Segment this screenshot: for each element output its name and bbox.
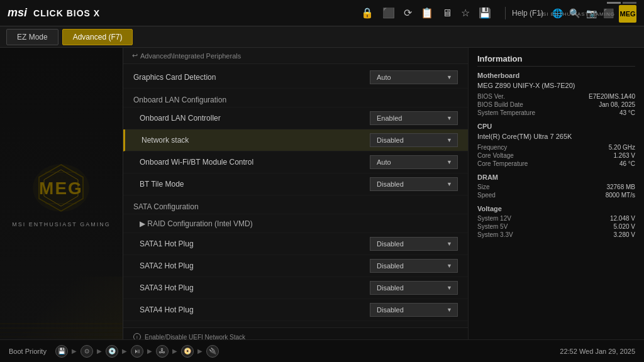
nav-bar: EZ Mode Advanced (F7) <box>0 26 644 48</box>
bios-build-row: BIOS Build Date Jan 08, 2025 <box>477 101 635 108</box>
boot-arrow-4: ▶ <box>147 348 152 354</box>
boot-icon-2[interactable]: ⊙ <box>80 345 93 358</box>
dropdown-sata4-hot-plug[interactable]: Disabled ▼ <box>370 303 458 317</box>
main-content: MEG MSI ENTHUSIAST GAMING ↩ Advanced\Int… <box>0 48 644 339</box>
dropdown-network-stack[interactable]: Disabled ▼ <box>370 133 458 147</box>
bottom-bar: Boot Priority 💾 ▶ ⊙ ▶ 💿 ▶ ⏯ ▶ 🖧 ▶ 📀 ▶ 🔌 … <box>0 339 644 362</box>
sidebar-brand-label: MSI ENTHUSIAST GAMING <box>12 221 110 228</box>
setting-label-onboard-lan-config: Onboard LAN Configuration <box>133 96 226 104</box>
breadcrumb-back-icon: ↩ <box>132 52 138 60</box>
dram-speed-value: 8000 MT/s <box>606 192 635 199</box>
bios-build-value: Jan 08, 2025 <box>599 101 635 108</box>
chevron-down-icon-3: ▼ <box>447 137 452 143</box>
setting-label-wifi-bt: Onboard Wi-Fi/BT Module Control <box>140 158 253 167</box>
dropdown-sata1-hot-plug[interactable]: Disabled ▼ <box>370 237 458 251</box>
setting-row-sata-config: SATA Configuration <box>123 195 468 214</box>
bios-ver-value: E7E20IMS.1A40 <box>589 93 635 100</box>
dropdown-value-onboard-lan-controller: Enabled <box>377 114 402 122</box>
dropdown-onboard-lan-controller[interactable]: Enabled ▼ <box>370 111 458 125</box>
clipboard-icon[interactable]: 📋 <box>421 7 433 19</box>
boot-arrow-3: ▶ <box>122 348 127 354</box>
boot-icon-1[interactable]: 💾 <box>55 345 68 358</box>
setting-label-raid-config: ▶ RAID Configuration (Intel VMD) <box>140 219 253 228</box>
meg-logo-top: MSI ENTHUSIAST GAMING MEG <box>538 2 636 23</box>
sys-temp-row: System Temperature 43 °C <box>477 109 635 116</box>
bios-ver-label: BIOS Ver. <box>477 93 505 100</box>
dropdown-sata2-hot-plug[interactable]: Disabled ▼ <box>370 259 458 273</box>
cpu-temp-value: 46 °C <box>619 160 635 167</box>
star-icon[interactable]: ☆ <box>461 7 470 19</box>
motherboard-name: MEG Z890 UNIFY-X (MS-7E20) <box>477 82 635 89</box>
dropdown-wifi-bt[interactable]: Auto ▼ <box>370 155 458 169</box>
info-group-voltage: Voltage System 12V 12.048 V System 5V 5.… <box>477 205 635 238</box>
sys12v-value: 12.048 V <box>610 215 635 222</box>
boot-icon-6[interactable]: 📀 <box>181 345 194 358</box>
dropdown-value-bt-tile-mode: Disabled <box>377 180 404 188</box>
setting-label-sata2-hot-plug: SATA2 Hot Plug <box>140 261 194 270</box>
dropdown-sata3-hot-plug[interactable]: Disabled ▼ <box>370 281 458 295</box>
setting-row-raid-config[interactable]: ▶ RAID Configuration (Intel VMD) <box>123 214 468 233</box>
divider <box>505 7 506 19</box>
setting-label-sata4-hot-plug: SATA4 Hot Plug <box>140 305 194 314</box>
chevron-down-icon-2: ▼ <box>447 115 452 121</box>
save-icon[interactable]: 💾 <box>479 7 491 19</box>
boot-icon-5[interactable]: 🖧 <box>156 345 169 358</box>
cpu-name: Intel(R) Core(TM) Ultra 7 265K <box>477 133 635 140</box>
sidebar: MEG MSI ENTHUSIAST GAMING <box>0 48 123 339</box>
chevron-down-icon-4: ▼ <box>447 159 452 165</box>
ez-mode-button[interactable]: EZ Mode <box>6 29 58 45</box>
dropdown-value-sata4-hot-plug: Disabled <box>377 306 404 314</box>
dropdown-value-network-stack: Disabled <box>377 136 404 144</box>
sys33v-value: 3.280 V <box>614 231 635 238</box>
sidebar-logo-area: MEG MSI ENTHUSIAST GAMING <box>12 160 110 228</box>
setting-row-graphics-card-detection[interactable]: Graphics Card Detection Auto ▼ <box>123 67 468 89</box>
setting-row-network-stack[interactable]: Network stack Disabled ▼ <box>123 129 468 151</box>
lock-icon[interactable]: 🔒 <box>361 7 374 19</box>
dram-speed-row: Speed 8000 MT/s <box>477 192 635 199</box>
info-panel: Information Motherboard MEG Z890 UNIFY-X… <box>468 48 644 339</box>
bios-build-label: BIOS Build Date <box>477 101 523 108</box>
sys12v-row: System 12V 12.048 V <box>477 215 635 222</box>
setting-row-wifi-bt[interactable]: Onboard Wi-Fi/BT Module Control Auto ▼ <box>123 151 468 173</box>
boot-icon-3[interactable]: 💿 <box>106 345 118 358</box>
setting-row-bt-tile-mode[interactable]: BT Tile Mode Disabled ▼ <box>123 173 468 195</box>
cpu-temp-row: Core Temperature 46 °C <box>477 160 635 167</box>
top-icons-group: 🔒 ⬛ ⟳ 📋 🖥 ☆ 💾 <box>361 7 491 19</box>
sys5v-row: System 5V 5.020 V <box>477 223 635 230</box>
setting-row-onboard-lan-config: Onboard LAN Configuration <box>123 89 468 107</box>
settings-list: Graphics Card Detection Auto ▼ Onboard L… <box>123 64 468 324</box>
chip-icon[interactable]: ⬛ <box>382 7 395 19</box>
setting-row-sata3-hot-plug[interactable]: SATA3 Hot Plug Disabled ▼ <box>123 277 468 299</box>
setting-row-sata4-hot-plug[interactable]: SATA4 Hot Plug Disabled ▼ <box>123 299 468 321</box>
boot-arrow-5: ▶ <box>172 348 177 354</box>
setting-row-sata2-hot-plug[interactable]: SATA2 Hot Plug Disabled ▼ <box>123 255 468 277</box>
cpu-voltage-row: Core Voltage 1.263 V <box>477 152 635 159</box>
dropdown-value-sata1-hot-plug: Disabled <box>377 240 404 248</box>
cpu-voltage-value: 1.263 V <box>614 152 635 159</box>
refresh-icon[interactable]: ⟳ <box>404 7 412 19</box>
info-group-dram: DRAM Size 32768 MB Speed 8000 MT/s <box>477 173 635 199</box>
info-icon: i <box>133 333 141 339</box>
hint-bar: i Enable/Disable UEFI Network Stack <box>123 327 468 339</box>
sys5v-value: 5.020 V <box>614 223 635 230</box>
setting-row-sata1-hot-plug[interactable]: SATA1 Hot Plug Disabled ▼ <box>123 233 468 255</box>
dropdown-graphics-card-detection[interactable]: Auto ▼ <box>370 70 458 84</box>
boot-icon-7[interactable]: 🔌 <box>206 345 219 358</box>
dram-group-title: DRAM <box>477 173 635 181</box>
dropdown-value-graphics-card-detection: Auto <box>377 74 391 81</box>
chevron-down-icon: ▼ <box>447 74 452 80</box>
datetime-display: 22:52 Wed Jan 29, 2025 <box>560 348 635 355</box>
click-bios-title: CLICK BIOS X <box>33 8 100 18</box>
sys33v-row: System 3.3V 3.280 V <box>477 231 635 238</box>
dram-size-label: Size <box>477 184 489 190</box>
setting-label-sata1-hot-plug: SATA1 Hot Plug <box>140 239 194 248</box>
setting-label-network-stack: Network stack <box>142 136 189 145</box>
dropdown-bt-tile-mode[interactable]: Disabled ▼ <box>370 177 458 191</box>
cpu-freq-row: Frequency 5.20 GHz <box>477 144 635 151</box>
chevron-down-icon-6: ▼ <box>447 241 452 247</box>
monitor-icon[interactable]: 🖥 <box>442 8 452 19</box>
info-group-motherboard: Motherboard MEG Z890 UNIFY-X (MS-7E20) B… <box>477 72 635 116</box>
advanced-mode-button[interactable]: Advanced (F7) <box>62 29 133 45</box>
boot-icon-4[interactable]: ⏯ <box>131 345 143 358</box>
setting-row-onboard-lan-controller[interactable]: Onboard LAN Controller Enabled ▼ <box>123 107 468 129</box>
